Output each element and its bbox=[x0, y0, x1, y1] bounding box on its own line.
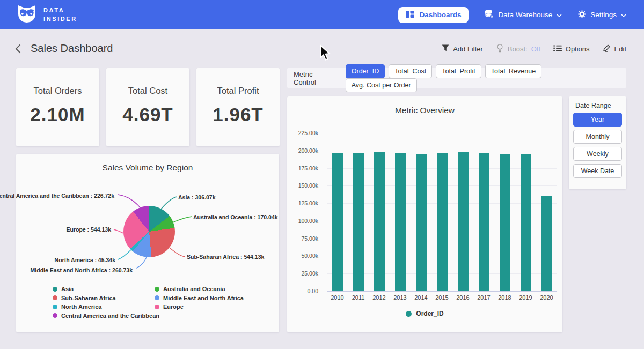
pie-legend-item-north-america[interactable]: North America bbox=[53, 303, 159, 310]
x-tick-label: 2011 bbox=[348, 294, 369, 301]
legend-dot bbox=[53, 305, 57, 309]
bar-slot-2016 bbox=[452, 133, 473, 291]
bar-2010[interactable] bbox=[332, 153, 343, 291]
boost-label: Boost: bbox=[508, 45, 528, 53]
metric-option-avg-cost-per-order[interactable]: Avg. Cost per Order bbox=[346, 78, 417, 92]
date-range-option-weekly[interactable]: Weekly bbox=[573, 147, 622, 161]
x-tick-label: 2014 bbox=[411, 294, 431, 301]
brand-logo[interactable]: DATA INSIDER bbox=[16, 5, 77, 25]
bar-legend[interactable]: Order_ID bbox=[287, 310, 562, 317]
y-tick-label: 150.00k bbox=[287, 182, 318, 189]
bar-slot-2019 bbox=[515, 133, 536, 291]
y-tick-label: 125.00k bbox=[287, 200, 318, 206]
pie-chart[interactable] bbox=[123, 206, 175, 257]
bar-2014[interactable] bbox=[416, 154, 427, 291]
bar-2019[interactable] bbox=[521, 154, 531, 291]
date-range-option-year[interactable]: Year bbox=[573, 113, 622, 127]
pie-legend-item-australia-and-oceania[interactable]: Australia and Oceania bbox=[155, 286, 244, 292]
legend-dot bbox=[53, 295, 57, 300]
bar-series bbox=[327, 133, 557, 291]
pencil-icon bbox=[603, 44, 611, 54]
pie-legend-item-central-america-and-the-caribbean[interactable]: Central America and the Caribbean bbox=[53, 313, 159, 319]
edit-button[interactable]: Edit bbox=[603, 44, 626, 54]
pie-callout-line-central-america-and-the-caribbean bbox=[118, 195, 140, 207]
dashboards-grid-icon bbox=[406, 11, 414, 19]
bar-2020[interactable] bbox=[541, 196, 552, 291]
metric-option-order-id[interactable]: Order_ID bbox=[346, 64, 385, 78]
y-tick-label: 25.00k bbox=[287, 270, 318, 277]
metric-option-total-profit[interactable]: Total_Profit bbox=[436, 64, 481, 78]
bar-slot-2013 bbox=[390, 133, 411, 291]
bar-slot-2010 bbox=[327, 133, 348, 291]
date-range-option-monthly[interactable]: Monthly bbox=[573, 130, 622, 144]
mouse-cursor bbox=[319, 44, 332, 64]
legend-label: Asia bbox=[61, 286, 74, 292]
bar-2017[interactable] bbox=[479, 153, 489, 292]
data-warehouse-menu[interactable]: Data Warehouse bbox=[485, 10, 562, 20]
pie-callout-line-australia-and-oceania bbox=[173, 217, 192, 222]
pie-callout-line-sub-saharan-africa bbox=[170, 248, 185, 257]
boost-toggle[interactable]: Boost: Off bbox=[496, 44, 540, 54]
x-tick-label: 2017 bbox=[473, 294, 494, 301]
header-actions: Add Filter Boost: Off Options bbox=[442, 42, 626, 55]
date-range-option-week-date[interactable]: Week Date bbox=[573, 164, 622, 178]
pie-callout-line-europe bbox=[114, 229, 123, 233]
brand-line2: INSIDER bbox=[43, 15, 77, 24]
data-warehouse-label: Data Warehouse bbox=[498, 11, 552, 19]
x-tick-label: 2020 bbox=[536, 294, 557, 301]
options-list-icon bbox=[553, 45, 562, 53]
date-range-card: Date Range YearMonthlyWeeklyWeek Date bbox=[569, 96, 626, 189]
bar-2015[interactable] bbox=[437, 153, 448, 291]
metric-control-label: Metric Control bbox=[294, 70, 337, 86]
legend-label: Sub-Saharan Africa bbox=[61, 295, 116, 301]
pie-slice-label-sub-saharan-africa: Sub-Saharan Africa : 544.13k bbox=[187, 254, 264, 260]
pie-legend-item-sub-saharan-africa[interactable]: Sub-Saharan Africa bbox=[53, 295, 159, 301]
pie-legend-item-europe[interactable]: Europe bbox=[155, 303, 244, 310]
legend-label: Europe bbox=[163, 303, 184, 310]
y-tick-label: 200.00k bbox=[287, 147, 318, 154]
options-button[interactable]: Options bbox=[553, 45, 590, 53]
bar-2016[interactable] bbox=[458, 152, 469, 291]
settings-menu[interactable]: Settings bbox=[578, 10, 626, 20]
metric-option-total-revenue[interactable]: Total_Revenue bbox=[485, 64, 541, 78]
y-tick-label: 50.00k bbox=[287, 253, 318, 259]
bar-slot-2011 bbox=[348, 133, 369, 291]
bar-2012[interactable] bbox=[374, 152, 385, 291]
kpi-label: Total Orders bbox=[16, 86, 99, 96]
bar-slot-2015 bbox=[431, 133, 452, 291]
legend-label: Australia and Oceania bbox=[163, 286, 225, 292]
x-tick-label: 2019 bbox=[515, 294, 536, 301]
owl-logo-icon bbox=[16, 5, 38, 25]
legend-dot bbox=[155, 295, 159, 300]
pie-legend-item-middle-east-and-north-africa[interactable]: Middle East and North Africa bbox=[155, 295, 244, 301]
legend-dot bbox=[406, 311, 412, 317]
pie-legend-item-asia[interactable]: Asia bbox=[53, 286, 159, 292]
dashboards-button[interactable]: Dashboards bbox=[398, 7, 469, 23]
legend-label: North America bbox=[61, 303, 101, 310]
boost-state: Off bbox=[531, 45, 540, 53]
bar-slot-2017 bbox=[473, 133, 494, 291]
y-tick-label: 175.00k bbox=[287, 165, 318, 172]
pie-slice-label-central-america-and-the-caribbean: Central America and the Caribbean : 226.… bbox=[0, 192, 114, 199]
metric-option-total-cost[interactable]: Total_Cost bbox=[389, 64, 432, 78]
bar-2013[interactable] bbox=[395, 153, 406, 291]
bar-2011[interactable] bbox=[353, 153, 364, 291]
bar-2018[interactable] bbox=[500, 154, 510, 291]
x-tick-label: 2010 bbox=[327, 294, 348, 301]
pie-slice-label-north-america: North America : 45.34k bbox=[55, 257, 115, 263]
brand-line1: DATA bbox=[43, 6, 77, 15]
pie-slice-label-australia-and-oceania: Australia and Oceania : 170.04k bbox=[193, 214, 278, 220]
gear-icon bbox=[578, 10, 586, 20]
y-tick-label: 0.00 bbox=[287, 288, 318, 294]
back-button[interactable] bbox=[15, 44, 21, 56]
pie-callout-line-middle-east-and-north-africa bbox=[136, 257, 147, 268]
date-range-buttons: YearMonthlyWeeklyWeek Date bbox=[569, 113, 626, 178]
pie-slice-label-europe: Europe : 544.13k bbox=[67, 226, 111, 233]
pie-legend-column-2: Australia and OceaniaMiddle East and Nor… bbox=[155, 286, 244, 313]
legend-dot bbox=[155, 305, 159, 309]
x-tick-label: 2012 bbox=[369, 294, 390, 301]
add-filter-button[interactable]: Add Filter bbox=[442, 44, 483, 53]
pie-callout-line-asia bbox=[161, 197, 177, 209]
add-filter-label: Add Filter bbox=[453, 45, 483, 53]
bar-chart-title: Metric Overview bbox=[287, 96, 562, 115]
